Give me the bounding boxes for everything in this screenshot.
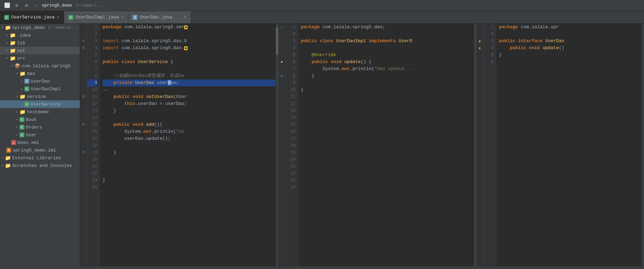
code-line-2-8: } (301, 72, 474, 79)
gutter-2-6-impl: ● (279, 59, 285, 66)
sidebar-label-out: out (17, 48, 25, 53)
arrow-right-out: ▸ (6, 48, 8, 53)
sidebar-item-pkg[interactable]: ▾ 📦 com.lalala.spring5 (0, 62, 80, 70)
ln-1-1: 1 (87, 24, 97, 31)
code-line-1-22 (103, 170, 275, 177)
impl-icon-3: ◐ (479, 39, 481, 43)
code-line-1-6: public class UserService { (103, 59, 275, 66)
sidebar-item-testdemo[interactable]: ▸ 📁 testdemo (0, 108, 80, 116)
code-line-1-11: public void setUserDao(User (103, 93, 275, 100)
tab-close-dao[interactable]: × (184, 15, 187, 20)
testdemo-folder-icon: 📁 (20, 109, 25, 115)
bean-xml-icon: x (11, 140, 16, 145)
ln-2-8: 8 (286, 72, 296, 79)
vscrollbar-1[interactable] (275, 24, 278, 266)
vscrollbar-2[interactable] (473, 24, 476, 266)
sidebar-label-pkg: com.lalala.spring5 (22, 63, 70, 69)
sidebar-label-testdemo: testdemo (27, 109, 48, 115)
gutter-3-3: ◐ (477, 38, 483, 45)
tab-user-service[interactable]: C UserService.java × (0, 11, 64, 23)
sidebar-label-beanxml: bean.xml (17, 140, 39, 145)
ln-1-2: 2 (87, 31, 97, 38)
code-line-2-16 (301, 128, 474, 135)
code-line-1-4: import com.lalala.spring5.dao.■ (103, 45, 275, 52)
scratches-folder-icon: 📁 (5, 163, 11, 169)
hscrollbar-3[interactable] (477, 266, 644, 269)
sidebar-item-external[interactable]: ▸ 📁 External Libraries (0, 154, 80, 162)
sidebar-item-beanxml[interactable]: x bean.xml (0, 139, 80, 146)
sidebar-item-out[interactable]: ▸ 📁 out (0, 47, 80, 54)
gutter-2-check: ✓ (279, 24, 285, 31)
ln-1-21: 21 (87, 163, 97, 170)
code-area-1[interactable]: package com.lalala.spring5.ser■ import c… (100, 24, 275, 266)
code-line-2-23 (301, 177, 474, 184)
code-area-2[interactable]: package com.lalala.spring5.dao; public c… (298, 24, 474, 266)
vscrollbar-thumb-1[interactable] (276, 27, 278, 55)
ln-2-21: 21 (286, 163, 296, 170)
code-line-2-9 (301, 79, 474, 86)
gutter-3-2 (477, 31, 483, 38)
sidebar-item-lib[interactable]: ▸ 📁 lib (0, 39, 80, 47)
sidebar-label-root: spring5_demo (12, 25, 45, 30)
minus-icon[interactable]: − (32, 1, 40, 10)
sidebar-label-userservice: UserService (31, 102, 61, 107)
ln-1-15: 15 (87, 121, 97, 128)
sidebar-item-book[interactable]: ▸ C Book (0, 116, 80, 123)
sidebar-item-src[interactable]: ▾ 📁 src (0, 54, 80, 62)
add-icon[interactable]: ⊕ (13, 1, 21, 10)
dao-folder-icon: 📁 (20, 71, 25, 77)
line-numbers-3: 1 2 3 4 5 6 (484, 24, 496, 266)
hscrollbar-2[interactable] (279, 266, 477, 269)
tab-user-dao[interactable]: I UserDao.java × (128, 11, 191, 23)
tab-close-service[interactable]: × (57, 15, 60, 20)
ln-2-23: 23 (286, 177, 296, 184)
sidebar-item-service[interactable]: ▾ 📁 service (0, 93, 80, 100)
sidebar-item-root[interactable]: ▾ 📁 spring5_demo C:\idea\ic... (0, 24, 80, 31)
code-line-1-17: userDao.update(); (103, 135, 275, 142)
vscrollbar-3[interactable] (641, 24, 644, 266)
code-line-2-21 (301, 163, 474, 170)
sidebar-item-dao[interactable]: ▾ 📁 dao (0, 70, 80, 77)
ln-2-12: 12 (286, 100, 296, 107)
sidebar-label-scratches: Scratches and Consoles (12, 163, 72, 168)
tab-user-dao-impl[interactable]: C UserDaoImpl.java × (64, 11, 128, 23)
sidebar-item-iml[interactable]: ▣ spring5_demo.iml (0, 146, 80, 154)
code-line-1-10: —— (103, 86, 275, 93)
settings-icon[interactable]: ⚙ (22, 1, 31, 10)
ln-1-14: 14 (87, 114, 97, 121)
sidebar-item-idea[interactable]: ▸ 📁 .idea (0, 31, 80, 39)
ln-3-2: 2 (484, 31, 494, 38)
ln-3-6: 6 (484, 59, 494, 66)
sidebar-item-userservice[interactable]: ▸ C UserService (0, 100, 80, 108)
ln-2-2: 2 (286, 31, 296, 38)
code-line-2-14 (301, 114, 474, 121)
project-label: spring5_demo (42, 3, 72, 8)
sidebar-item-userdao[interactable]: ▸ I UserDao (0, 77, 80, 85)
hscrollbar-1[interactable] (80, 266, 278, 269)
arrow-right-scratches: ▸ (1, 163, 3, 168)
tab-icon-c-service: C (4, 15, 9, 20)
ln-1-4: 4 (87, 45, 97, 52)
code-line-1-13: } (103, 107, 275, 114)
ln-3-4: 4 (484, 45, 494, 52)
ln-3-3: 3 (484, 38, 494, 45)
new-file-icon[interactable]: ⬜ (3, 1, 11, 10)
sidebar-item-orders[interactable]: ▸ C Orders (0, 123, 80, 131)
gutter-1-4: ⊟ (80, 45, 87, 52)
sidebar-item-user[interactable]: ▸ C User (0, 131, 80, 139)
code-line-2-5: @Override (301, 52, 474, 59)
tab-close-daoimpl[interactable]: × (121, 15, 124, 20)
code-area-3[interactable]: package com.lalala.spr public interface … (496, 24, 641, 266)
ln-1-6: 6 (87, 59, 97, 66)
ln-3-1: 1 (484, 24, 494, 31)
editor-pane-userservice: ⊟ ⊟ ⊟ ⊟ ⊟ 1 2 3 4 5 6 7 8 9 10 1 (80, 24, 279, 269)
lib-folder-icon: 📁 (10, 40, 16, 46)
code-line-1-18 (103, 142, 275, 149)
sidebar-item-scratches[interactable]: ▸ 📁 Scratches and Consoles (0, 162, 80, 169)
ln-2-17: 17 (286, 135, 296, 142)
ln-1-16: 16 (87, 128, 97, 135)
code-line-2-24 (301, 184, 474, 191)
sidebar-label-userdao: UserDao (31, 79, 50, 84)
line-numbers-1: 1 2 3 4 5 6 7 8 9 10 11 12 13 14 15 16 1 (87, 24, 100, 266)
sidebar-item-userdaoimpl[interactable]: ▸ C UserDaoImpl (0, 85, 80, 93)
